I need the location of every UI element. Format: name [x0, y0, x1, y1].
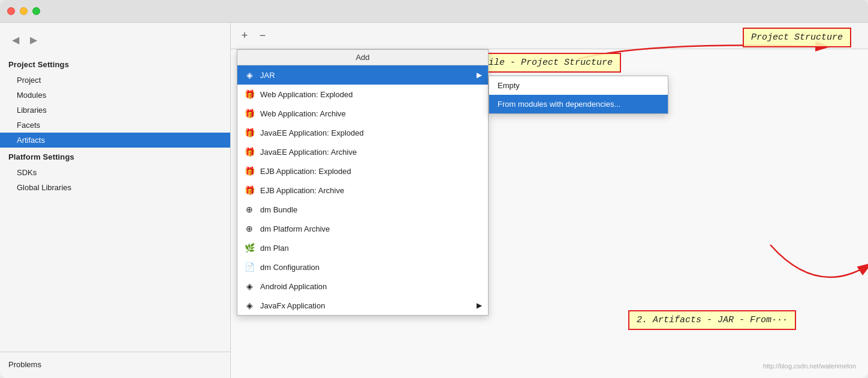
sidebar-item-facets[interactable]: Facets: [0, 118, 230, 133]
maximize-button[interactable]: [32, 7, 40, 15]
sidebar-item-sdks[interactable]: SDKs: [0, 165, 230, 180]
dm-bundle-icon: ⊕: [243, 203, 255, 215]
minimize-button[interactable]: [20, 7, 28, 15]
dropdown-item-dm-plan[interactable]: 🌿 dm Plan: [237, 238, 488, 257]
sidebar-item-global-libraries[interactable]: Global Libraries: [0, 180, 230, 195]
right-pane: + − Add ◈ JAR ▶ 🎁 Web Application: Explo…: [231, 23, 868, 378]
dropdown-item-webapp-exploded-label: Web Application: Exploded: [260, 90, 352, 99]
dropdown-item-dm-platform[interactable]: ⊕ dm Platform Archive: [237, 219, 488, 238]
dropdown-item-javafx[interactable]: ◈ JavaFx Application ▶: [237, 296, 488, 315]
dropdown-item-javafx-label: JavaFx Application: [260, 301, 325, 310]
dropdown-item-dm-plan-label: dm Plan: [260, 244, 289, 253]
submenu-item-empty[interactable]: Empty: [489, 76, 668, 95]
dm-platform-icon: ⊕: [243, 223, 255, 235]
dropdown-item-webapp-exploded[interactable]: 🎁 Web Application: Exploded: [237, 85, 488, 104]
webapp-archive-icon: 🎁: [243, 107, 255, 119]
dropdown-header: Add: [237, 50, 488, 65]
project-structure-annotation: Project Structure: [743, 28, 851, 47]
dropdown-item-ejb-exploded[interactable]: 🎁 EJB Application: Exploded: [237, 161, 488, 181]
dropdown-item-javaee-exploded[interactable]: 🎁 JavaEE Application: Exploded: [237, 123, 488, 142]
title-bar: [0, 0, 868, 23]
dropdown-item-dm-config-label: dm Configuration: [260, 263, 320, 272]
forward-button[interactable]: ▶: [26, 32, 41, 47]
dropdown-item-dm-config[interactable]: 📄 dm Configuration: [237, 257, 488, 277]
jar-submenu: Empty From modules with dependencies...: [489, 76, 668, 114]
sidebar-item-artifacts[interactable]: Artifacts: [0, 133, 230, 148]
sidebar-bottom: Problems: [0, 352, 230, 372]
sidebar-item-project[interactable]: Project: [0, 73, 230, 88]
artifacts-jar-annotation: 2. Artifacts - JAR - From···: [628, 310, 796, 330]
javaee-archive-icon: 🎁: [243, 146, 255, 158]
dm-plan-icon: 🌿: [243, 242, 255, 254]
dropdown-item-javaee-archive[interactable]: 🎁 JavaEE Application: Archive: [237, 142, 488, 161]
dropdown-item-android[interactable]: ◈ Android Application: [237, 277, 488, 296]
dropdown-item-dm-bundle[interactable]: ⊕ dm Bundle: [237, 200, 488, 219]
sidebar-item-modules[interactable]: Modules: [0, 88, 230, 103]
dropdown-item-ejb-archive-label: EJB Application: Archive: [260, 186, 344, 195]
android-icon: ◈: [243, 280, 255, 292]
dropdown-item-jar[interactable]: ◈ JAR ▶: [237, 65, 488, 85]
close-button[interactable]: [7, 7, 15, 15]
project-settings-title: Project Settings: [0, 55, 230, 73]
platform-settings-title: Platform Settings: [0, 148, 230, 165]
jar-icon: ◈: [243, 69, 255, 81]
javaee-exploded-icon: 🎁: [243, 127, 255, 139]
dm-config-icon: 📄: [243, 261, 255, 273]
dropdown-item-webapp-archive[interactable]: 🎁 Web Application: Archive: [237, 104, 488, 123]
sidebar-item-problems[interactable]: Problems: [0, 357, 230, 372]
remove-button[interactable]: −: [255, 28, 270, 44]
ejb-exploded-icon: 🎁: [243, 165, 255, 177]
javafx-arrow: ▶: [477, 301, 482, 310]
add-dropdown: Add ◈ JAR ▶ 🎁 Web Application: Exploded …: [237, 49, 489, 316]
dropdown-item-ejb-archive[interactable]: 🎁 EJB Application: Archive: [237, 181, 488, 200]
jar-arrow: ▶: [477, 71, 482, 79]
ejb-archive-icon: 🎁: [243, 184, 255, 196]
dropdown-item-ejb-exploded-label: EJB Application: Exploded: [260, 167, 351, 176]
main-window: ◀ ▶ Project Settings Project Modules Lib…: [0, 0, 868, 378]
dropdown-item-webapp-archive-label: Web Application: Archive: [260, 109, 346, 118]
dropdown-container: Add ◈ JAR ▶ 🎁 Web Application: Exploded …: [237, 49, 489, 316]
dropdown-item-dm-platform-label: dm Platform Archive: [260, 224, 330, 233]
sidebar-nav: ◀ ▶: [0, 29, 230, 55]
watermark: http://blog.csdn.net/waterimelon: [763, 362, 856, 370]
dropdown-item-android-label: Android Application: [260, 282, 327, 291]
back-button[interactable]: ◀: [8, 32, 23, 47]
dropdown-item-javaee-exploded-label: JavaEE Application: Exploded: [260, 128, 364, 137]
javafx-icon: ◈: [243, 299, 255, 311]
main-content: ◀ ▶ Project Settings Project Modules Lib…: [0, 23, 868, 378]
dropdown-item-jar-label: JAR: [260, 71, 275, 80]
webapp-exploded-icon: 🎁: [243, 88, 255, 100]
sidebar: ◀ ▶ Project Settings Project Modules Lib…: [0, 23, 231, 378]
dropdown-item-dm-bundle-label: dm Bundle: [260, 205, 297, 214]
sidebar-item-libraries[interactable]: Libraries: [0, 103, 230, 118]
submenu-item-from-modules[interactable]: From modules with dependencies...: [489, 95, 668, 113]
add-button[interactable]: +: [237, 28, 252, 44]
dropdown-item-javaee-archive-label: JavaEE Application: Archive: [260, 148, 357, 157]
